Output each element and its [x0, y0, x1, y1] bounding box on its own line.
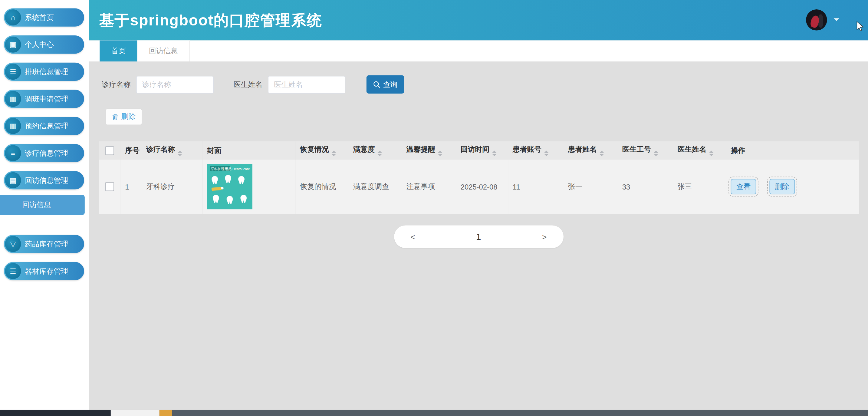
chevron-down-icon[interactable]: [834, 18, 839, 24]
col-label: 恢复情况: [300, 145, 329, 153]
sidebar-item-label: 回访信息管理: [25, 175, 68, 185]
trash-icon: [112, 113, 118, 120]
header: 基于springboot的口腔管理系统: [89, 0, 868, 40]
sidebar-item-label: 药品库存管理: [25, 239, 68, 249]
search-icon: [373, 81, 380, 88]
sort-icon[interactable]: [544, 151, 549, 156]
toolbar: 删除: [105, 109, 868, 125]
sidebar-gap: [0, 221, 89, 235]
col-label: 患者姓名: [568, 145, 597, 153]
pagination: < 1 >: [394, 225, 563, 248]
sidebar-item-treatment-management[interactable]: ≡ 诊疗信息管理: [4, 144, 84, 162]
sort-icon[interactable]: [178, 151, 182, 156]
main-content: 诊疗名称 医生姓名 查询 删除: [89, 61, 868, 410]
sidebar-item-label: 调班申请管理: [25, 94, 68, 104]
tab-home[interactable]: 首页: [100, 40, 137, 62]
tab-label: 回访信息: [149, 46, 178, 56]
table-row: 1 牙科诊疗 牙科护理用品 Dental care: [99, 159, 859, 214]
col-label: 医生工号: [622, 145, 651, 153]
view-button[interactable]: 查看: [731, 179, 756, 195]
bottom-bar-light-segment: [111, 410, 159, 416]
sidebar-item-schedule-management[interactable]: ☰ 排班信息管理: [4, 63, 84, 81]
col-doctor-id[interactable]: 医生工号: [618, 141, 673, 159]
doctor-name-input[interactable]: [268, 76, 345, 94]
screen: ⌂ 系统首页 ▣ 个人中心 ☰ 排班信息管理 ▦ 调班申请管理 ▥ 预约信息管理…: [0, 0, 868, 416]
col-patient-name[interactable]: 患者姓名: [563, 141, 618, 159]
cell-treatment-name: 牙科诊疗: [142, 159, 203, 214]
cell-doctor-name: 张三: [673, 159, 726, 214]
sidebar-item-equipment-inventory[interactable]: ☰ 器材库存管理: [4, 262, 84, 280]
col-reminder[interactable]: 温馨提醒: [402, 141, 456, 159]
sidebar-item-drug-inventory[interactable]: ▽ 药品库存管理: [4, 235, 84, 253]
cell-patient-name: 张一: [563, 159, 618, 214]
col-label: 医生姓名: [678, 145, 706, 153]
select-all-checkbox[interactable]: [105, 146, 114, 155]
treatment-icon: ≡: [5, 145, 21, 161]
tab-bar: 首页 回访信息: [89, 40, 868, 62]
col-label: 序号: [125, 146, 140, 154]
user-icon: ▣: [5, 37, 21, 53]
appointment-icon: ▥: [5, 118, 21, 134]
avatar[interactable]: [806, 9, 827, 31]
prev-page-button[interactable]: <: [410, 232, 415, 241]
sidebar-item-appointment-management[interactable]: ▥ 预约信息管理: [4, 117, 84, 135]
sidebar-item-label: 诊疗信息管理: [25, 148, 68, 158]
cell-actions: 查看 删除: [726, 159, 859, 214]
sort-icon[interactable]: [377, 151, 382, 156]
treatment-name-input[interactable]: [136, 76, 214, 94]
shift-request-icon: ▦: [5, 91, 21, 107]
delete-row-button[interactable]: 删除: [769, 179, 795, 195]
cell-index: 1: [121, 159, 142, 214]
row-checkbox[interactable]: [105, 182, 114, 191]
next-page-button[interactable]: >: [542, 232, 547, 241]
sort-icon[interactable]: [332, 151, 336, 156]
schedule-icon: ☰: [5, 64, 21, 80]
sort-icon[interactable]: [599, 151, 604, 156]
search-button[interactable]: 查询: [367, 76, 404, 94]
filter-bar: 诊疗名称 医生姓名 查询: [102, 76, 868, 94]
sidebar-item-label: 个人中心: [25, 40, 54, 50]
search-button-label: 查询: [383, 79, 398, 89]
col-actions: 操作: [726, 141, 859, 159]
bottom-bar-orange-segment: [159, 410, 172, 416]
doctor-name-label: 医生姓名: [234, 79, 262, 89]
cell-recovery: 恢复的情况: [296, 159, 349, 214]
cover-image[interactable]: 牙科护理用品 Dental care: [207, 164, 252, 209]
col-label: 满意度: [353, 145, 375, 153]
sort-icon[interactable]: [438, 151, 442, 156]
cell-patient-account: 11: [508, 159, 563, 214]
tab-label: 首页: [112, 46, 126, 56]
sidebar-item-shift-request-management[interactable]: ▦ 调班申请管理: [4, 90, 84, 108]
col-patient-account[interactable]: 患者账号: [508, 141, 563, 159]
equipment-inventory-icon: ☰: [5, 263, 21, 279]
treatment-name-label: 诊疗名称: [102, 79, 131, 89]
col-satisfaction[interactable]: 满意度: [349, 141, 402, 159]
col-doctor-name[interactable]: 医生姓名: [673, 141, 726, 159]
cell-satisfaction: 满意度调查: [349, 159, 402, 214]
home-icon: ⌂: [5, 9, 21, 25]
col-label: 封面: [207, 146, 221, 154]
sidebar: ⌂ 系统首页 ▣ 个人中心 ☰ 排班信息管理 ▦ 调班申请管理 ▥ 预约信息管理…: [0, 0, 89, 410]
sidebar-item-personal-center[interactable]: ▣ 个人中心: [4, 35, 84, 54]
sidebar-item-label: 系统首页: [25, 12, 54, 22]
page-title: 基于springboot的口腔管理系统: [99, 10, 322, 30]
sidebar-subitem-followup-info-active[interactable]: 回访信息: [0, 195, 85, 215]
col-index: 序号: [121, 141, 142, 159]
col-recovery[interactable]: 恢复情况: [296, 141, 349, 159]
followup-icon: ▤: [5, 172, 21, 188]
col-label: 回访时间: [461, 145, 489, 153]
sort-icon[interactable]: [654, 151, 658, 156]
sidebar-item-home[interactable]: ⌂ 系统首页: [4, 8, 84, 26]
col-label: 诊疗名称: [146, 145, 175, 153]
delete-selected-button[interactable]: 删除: [105, 109, 143, 125]
col-visit-time[interactable]: 回访时间: [456, 141, 508, 159]
col-label: 温馨提醒: [406, 145, 435, 153]
sidebar-item-label: 器材库存管理: [25, 266, 68, 276]
col-treatment-name[interactable]: 诊疗名称: [142, 141, 203, 159]
sort-icon[interactable]: [492, 151, 497, 156]
sidebar-item-followup-management[interactable]: ▤ 回访信息管理: [4, 171, 84, 189]
tab-followup-info[interactable]: 回访信息: [137, 40, 190, 62]
cell-cover: 牙科护理用品 Dental care: [203, 159, 296, 214]
col-label: 操作: [731, 146, 745, 154]
sort-icon[interactable]: [709, 151, 714, 156]
